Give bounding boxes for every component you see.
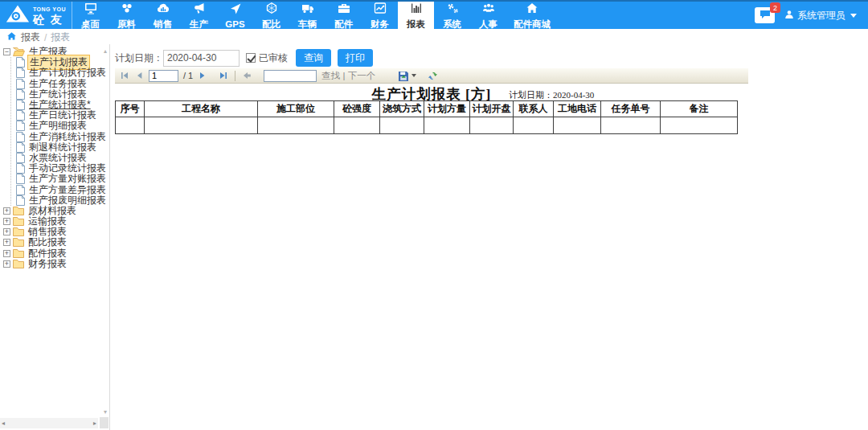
header-right-area: 2 系统管理员	[755, 2, 868, 29]
report-table: 序号 工程名称 施工部位 砼强度 浇筑方式 计划方量 计划开盘 联系人 工地电话…	[115, 100, 738, 134]
expand-icon[interactable]: +	[3, 239, 10, 246]
tree-folder-finance-reports[interactable]: +财务报表	[3, 259, 109, 269]
breadcrumb: 报表 / 报表	[0, 31, 868, 44]
scrollbar-right-arrow[interactable]: ▸	[93, 420, 96, 427]
nav-item-sales[interactable]: 销售	[145, 2, 181, 29]
scrollbar-down-arrow[interactable]: ▾	[104, 408, 107, 416]
chat-bubble-icon	[760, 8, 771, 23]
nav-item-production[interactable]: 生产	[181, 2, 217, 29]
last-page-icon[interactable]	[219, 71, 228, 80]
report-viewer-toolbar: / 1 查找 | 下一个	[115, 68, 748, 84]
breadcrumb-separator: /	[44, 32, 47, 43]
nav-item-ratio[interactable]: 配比	[253, 2, 289, 29]
nav-item-vehicles[interactable]: 车辆	[289, 2, 326, 29]
breadcrumb-root[interactable]: 报表	[21, 31, 40, 44]
nav-item-parts[interactable]: 配件	[326, 2, 362, 29]
find-label[interactable]: 查找	[321, 71, 340, 80]
export-save-icon[interactable]	[398, 71, 416, 81]
column-header: 联系人	[514, 101, 554, 117]
find-next-links[interactable]: 查找 | 下一个	[321, 70, 375, 82]
nav-label: 配比	[262, 18, 280, 31]
table-cell	[116, 117, 145, 134]
nav-item-hr[interactable]: 人事	[470, 2, 506, 29]
column-header: 砼强度	[334, 101, 380, 117]
user-menu[interactable]: 系统管理员	[784, 9, 857, 23]
open-folder-icon	[13, 47, 25, 56]
export-dropdown-caret[interactable]	[411, 74, 416, 77]
logo-line1: TONG YOU	[33, 6, 66, 12]
file-icon	[16, 57, 25, 68]
nav-item-materials[interactable]: 原料	[108, 2, 145, 29]
nav-label: 配件商城	[514, 18, 551, 31]
first-page-icon[interactable]	[120, 71, 129, 80]
page-number-input[interactable]	[149, 70, 178, 82]
file-icon	[16, 195, 25, 206]
vertical-scrollbar-thumb[interactable]	[100, 417, 108, 428]
refresh-icon[interactable]	[428, 71, 438, 81]
truck-icon	[301, 2, 315, 18]
nav-label: 车辆	[298, 18, 317, 31]
nav-item-finance[interactable]: 财务	[362, 2, 398, 29]
breadcrumb-current: 报表	[51, 31, 70, 44]
home-icon[interactable]	[6, 31, 17, 43]
report-tree-sidebar: − 生产报表 生产计划报表 生产计划执行报表 生产任务报表 生产统计报表 生产统…	[0, 44, 110, 430]
file-icon	[16, 68, 25, 78]
prev-page-icon[interactable]	[134, 71, 144, 80]
search-input[interactable]	[264, 70, 317, 82]
report-title-bar: 生产计划报表 [方] 计划日期：2020-04-30	[115, 84, 748, 102]
nav-label: 配件	[334, 18, 353, 31]
next-label[interactable]: 下一个	[348, 71, 376, 80]
table-cell	[470, 117, 514, 134]
nav-item-reports[interactable]: 报表	[398, 2, 434, 29]
folder-icon	[13, 217, 24, 226]
nav-item-parts-mall[interactable]: 配件商城	[506, 2, 558, 29]
chevron-down-icon	[850, 14, 857, 18]
briefcase-icon	[337, 2, 351, 18]
logo-line2: 砼 友	[33, 14, 66, 25]
collapse-icon[interactable]: −	[3, 48, 10, 55]
table-row	[116, 117, 738, 134]
plan-date-input[interactable]	[163, 50, 240, 67]
logo-triangle-icon	[6, 4, 30, 27]
nav-item-system[interactable]: 系统	[434, 2, 470, 29]
filter-bar: 计划日期： 已审核 查询 打印	[115, 48, 379, 68]
scrollbar-left-arrow[interactable]: ◂	[2, 420, 5, 427]
hexagon-ratio-icon	[264, 2, 279, 18]
megaphone-icon	[192, 2, 207, 18]
nav-item-desktop[interactable]: 桌面	[72, 2, 108, 29]
nav-label: 原料	[117, 18, 136, 31]
expand-icon[interactable]: +	[3, 250, 10, 257]
nav-label: 报表	[407, 18, 425, 31]
folder-icon	[13, 227, 24, 236]
table-cell	[145, 117, 258, 134]
plan-date-label: 计划日期：	[115, 51, 163, 65]
desktop-icon	[84, 2, 98, 18]
report-tree: − 生产报表 生产计划报表 生产计划执行报表 生产任务报表 生产统计报表 生产统…	[0, 44, 109, 269]
expand-icon[interactable]: +	[3, 260, 10, 268]
table-cell	[554, 117, 601, 134]
nav-item-gps[interactable]: GPS	[217, 2, 253, 29]
file-icon	[16, 121, 25, 131]
query-button[interactable]: 查询	[296, 49, 331, 67]
messages-button[interactable]: 2	[755, 7, 775, 23]
file-icon	[16, 100, 25, 110]
next-page-icon[interactable]	[198, 71, 207, 80]
scrollbar-up-arrow[interactable]: ▴	[104, 47, 107, 55]
expand-icon[interactable]: +	[3, 207, 10, 215]
expand-icon[interactable]: +	[3, 218, 10, 225]
audited-checkbox[interactable]	[246, 53, 256, 63]
file-icon	[16, 163, 25, 174]
audited-label: 已审核	[259, 51, 288, 65]
report-subtitle: 计划日期：2020-04-30	[509, 89, 594, 101]
expand-icon[interactable]: +	[3, 228, 10, 235]
print-button[interactable]: 打印	[338, 49, 373, 67]
people-icon	[481, 2, 496, 18]
back-to-parent-icon[interactable]	[242, 71, 252, 80]
file-icon	[16, 142, 25, 153]
column-header: 浇筑方式	[380, 101, 424, 117]
column-header: 工程名称	[145, 101, 258, 117]
horizontal-scrollbar[interactable]: ◂▸	[0, 418, 98, 428]
store-home-icon	[525, 2, 539, 18]
column-header: 序号	[116, 101, 145, 117]
page-total: / 1	[183, 71, 193, 80]
